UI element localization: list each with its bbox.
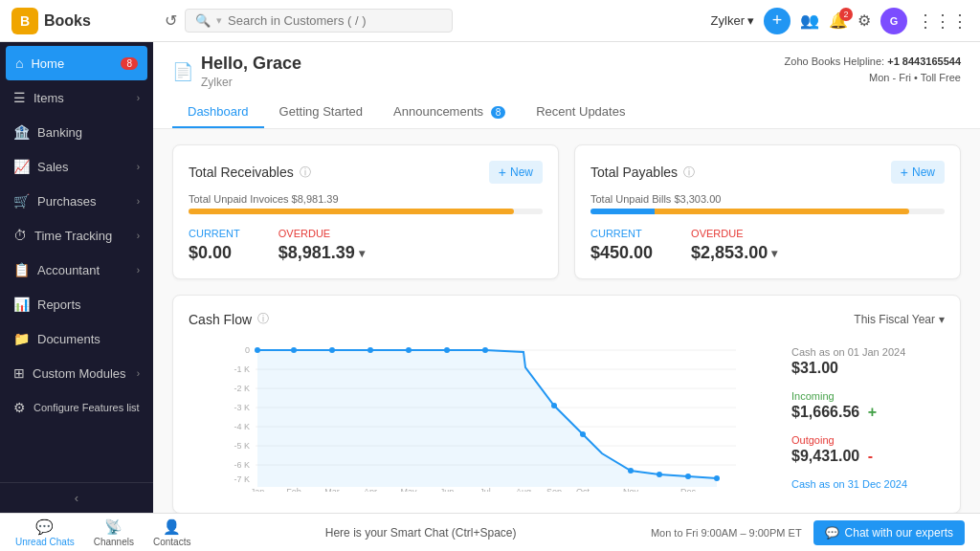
reports-icon: 📊 bbox=[13, 297, 30, 312]
svg-text:-7 K: -7 K bbox=[234, 474, 250, 484]
sidebar-item-custom-modules[interactable]: ⊞ Custom Modules › bbox=[0, 356, 153, 390]
time-icon: ⏱ bbox=[13, 228, 27, 243]
search-dropdown-icon[interactable]: ▾ bbox=[216, 14, 222, 27]
avatar[interactable]: G bbox=[880, 8, 907, 34]
svg-text:Jul: Jul bbox=[479, 487, 491, 492]
cashflow-info-icon[interactable]: ⓘ bbox=[257, 311, 269, 327]
total-payables-card: Total Payables ⓘ New Total Unpaid Bills … bbox=[574, 144, 961, 279]
sidebar-label-documents: Documents bbox=[37, 332, 100, 346]
svg-text:May: May bbox=[400, 487, 417, 492]
cash-flow-card: Cash Flow ⓘ This Fiscal Year ▾ 0 -1 K -2… bbox=[172, 295, 961, 513]
sidebar-section: ⌂ Home 8 ☰ Items › 🏦 Banking bbox=[0, 42, 153, 429]
sidebar-label-reports: Reports bbox=[37, 298, 81, 312]
payables-progress-area: Total Unpaid Bills $3,303.00 bbox=[590, 193, 945, 214]
topbar-center: ↺ 🔍 ▾ bbox=[165, 9, 702, 33]
payables-info-icon[interactable]: ⓘ bbox=[683, 165, 695, 181]
svg-point-22 bbox=[551, 403, 557, 408]
page-icon: 📄 bbox=[172, 61, 193, 82]
svg-text:Oct: Oct bbox=[576, 487, 590, 492]
search-bar[interactable]: 🔍 ▾ bbox=[185, 9, 453, 33]
chat-icon: 💬 bbox=[35, 518, 54, 536]
people-icon[interactable]: 👥 bbox=[800, 11, 819, 30]
grid-icon[interactable]: ⋮⋮⋮ bbox=[917, 11, 969, 32]
receivables-overdue-value: $8,981.39 ▾ bbox=[278, 243, 365, 263]
contacts-button[interactable]: 👤 Contacts bbox=[153, 518, 190, 547]
purchases-icon: 🛒 bbox=[13, 193, 30, 209]
svg-point-20 bbox=[444, 347, 450, 353]
notification-badge: 2 bbox=[839, 8, 853, 21]
svg-text:Apr: Apr bbox=[364, 487, 377, 492]
channels-button[interactable]: 📡 Channels bbox=[94, 518, 134, 547]
outgoing-value: $9,431.00 - bbox=[791, 448, 945, 465]
outgoing-minus: - bbox=[868, 448, 873, 464]
payables-new-button[interactable]: New bbox=[891, 161, 945, 184]
sidebar-label-custom: Custom Modules bbox=[33, 366, 126, 381]
sidebar-item-home[interactable]: ⌂ Home 8 bbox=[6, 46, 147, 80]
outgoing-label: Outgoing bbox=[791, 434, 945, 446]
settings-icon[interactable]: ⚙ bbox=[858, 11, 871, 30]
svg-text:Mar: Mar bbox=[324, 487, 340, 492]
tab-recent-updates[interactable]: Recent Updates bbox=[521, 97, 640, 128]
svg-point-15 bbox=[255, 347, 260, 353]
receivables-new-button[interactable]: New bbox=[489, 161, 543, 184]
receivables-amounts: CURRENT $0.00 OVERDUE $8,981.39 ▾ bbox=[189, 228, 543, 263]
receivables-current-value: $0.00 bbox=[189, 243, 240, 263]
bottom-bar: 💬 Unread Chats 📡 Channels 👤 Contacts Her… bbox=[0, 513, 980, 551]
receivables-info-icon[interactable]: ⓘ bbox=[300, 165, 311, 181]
custom-arrow: › bbox=[137, 368, 140, 379]
sidebar: ⌂ Home 8 ☰ Items › 🏦 Banking bbox=[0, 42, 153, 513]
topbar-right: Zylker ▾ + 👥 🔔 2 ⚙ G ⋮⋮⋮ bbox=[711, 8, 969, 34]
bell-icon[interactable]: 🔔 2 bbox=[829, 11, 848, 30]
sidebar-label-banking: Banking bbox=[37, 125, 82, 140]
payables-unpaid-label: Total Unpaid Bills $3,303.00 bbox=[590, 193, 945, 205]
period-select[interactable]: This Fiscal Year ▾ bbox=[854, 313, 945, 326]
payables-overdue: OVERDUE $2,853.00 ▾ bbox=[691, 228, 777, 263]
chat-with-experts-button[interactable]: 💬 Chat with our experts bbox=[813, 520, 965, 545]
receivables-progress-fill bbox=[189, 209, 514, 214]
user-label[interactable]: Zylker ▾ bbox=[711, 13, 754, 28]
banking-icon: 🏦 bbox=[13, 124, 30, 140]
sidebar-item-documents[interactable]: 📁 Documents bbox=[0, 321, 153, 356]
receivables-overdue-label: OVERDUE bbox=[278, 228, 365, 239]
sidebar-label-configure: Configure Features list bbox=[33, 402, 140, 413]
refresh-icon[interactable]: ↺ bbox=[165, 11, 177, 30]
sidebar-item-time-tracking[interactable]: ⏱ Time Tracking › bbox=[0, 218, 153, 253]
documents-icon: 📁 bbox=[13, 331, 30, 346]
tab-getting-started[interactable]: Getting Started bbox=[264, 97, 378, 128]
payables-amounts: CURRENT $450.00 OVERDUE $2,853.00 ▾ bbox=[590, 228, 945, 263]
overdue-arrow: ▾ bbox=[359, 247, 365, 260]
items-icon: ☰ bbox=[13, 90, 26, 105]
helpline-number: +1 8443165544 bbox=[887, 55, 961, 67]
outgoing-block: Outgoing $9,431.00 - bbox=[791, 434, 945, 465]
receivables-progress-bar bbox=[189, 209, 543, 214]
sidebar-item-banking[interactable]: 🏦 Banking bbox=[0, 115, 153, 149]
announcements-badge: 8 bbox=[491, 106, 506, 119]
svg-text:-3 K: -3 K bbox=[234, 403, 250, 412]
topbar: B Books ↺ 🔍 ▾ Zylker ▾ + 👥 🔔 2 ⚙ G ⋮⋮⋮ bbox=[0, 0, 980, 42]
sidebar-item-configure[interactable]: ⚙ Configure Features list bbox=[0, 390, 153, 425]
sidebar-item-sales[interactable]: 📈 Sales › bbox=[0, 149, 153, 184]
greeting: Hello, Grace bbox=[201, 54, 301, 74]
payables-progress-bar bbox=[590, 209, 945, 214]
payables-current-value: $450.00 bbox=[590, 243, 653, 263]
header-top: 📄 Hello, Grace Zylker Zoho Books Helplin… bbox=[172, 54, 961, 89]
sidebar-item-purchases[interactable]: 🛒 Purchases › bbox=[0, 184, 153, 218]
accountant-arrow: › bbox=[137, 265, 140, 276]
sidebar-item-accountant[interactable]: 📋 Accountant › bbox=[0, 253, 153, 287]
sidebar-item-items[interactable]: ☰ Items › bbox=[0, 80, 153, 115]
search-input[interactable] bbox=[228, 13, 442, 28]
collapse-button[interactable]: ‹ bbox=[0, 482, 153, 513]
plus-button[interactable]: + bbox=[764, 8, 791, 34]
unread-chats-button[interactable]: 💬 Unread Chats bbox=[15, 518, 75, 547]
sidebar-item-reports[interactable]: 📊 Reports bbox=[0, 287, 153, 321]
main-layout: ⌂ Home 8 ☰ Items › 🏦 Banking bbox=[0, 42, 980, 513]
payables-title: Total Payables ⓘ bbox=[590, 165, 695, 181]
helpline-hours: Mon - Fri • Toll Free bbox=[869, 72, 961, 83]
tab-announcements[interactable]: Announcements 8 bbox=[378, 97, 521, 128]
svg-point-19 bbox=[406, 347, 412, 353]
svg-text:-2 K: -2 K bbox=[234, 384, 250, 393]
payables-current: CURRENT $450.00 bbox=[590, 228, 653, 263]
svg-text:-1 K: -1 K bbox=[234, 364, 250, 374]
tab-dashboard[interactable]: Dashboard bbox=[172, 97, 264, 128]
cash-flow-chart: 0 -1 K -2 K -3 K -4 K -5 K -6 K -7 K bbox=[189, 339, 776, 492]
